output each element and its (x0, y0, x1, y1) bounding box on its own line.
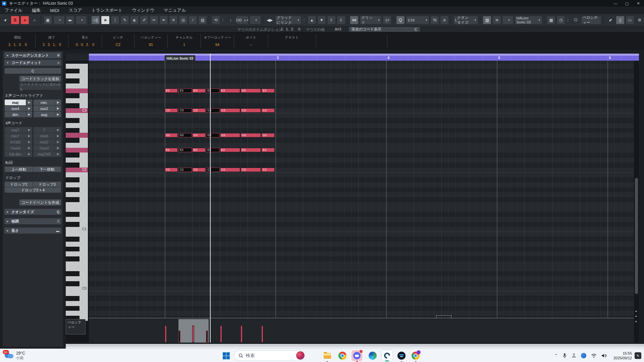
chord-button-dim[interactable]: dim▶ (5, 112, 32, 117)
piano-key[interactable] (66, 251, 88, 256)
section-長さ[interactable]: ►長さ▬ (4, 228, 61, 234)
midi-note-C3[interactable]: C3 (240, 108, 261, 113)
drop-button[interactable]: ドロップ2 (5, 182, 33, 187)
transpose-down-icon[interactable]: ▼ (317, 16, 326, 24)
record-button[interactable]: ● (20, 16, 29, 24)
piano-key[interactable] (66, 281, 88, 286)
velocity-bar[interactable] (178, 330, 180, 343)
search-box[interactable]: 検索 (234, 350, 306, 361)
velocity-bar[interactable] (206, 330, 208, 343)
midi-note-E2[interactable]: E2 (240, 148, 261, 152)
piano-key-C[interactable]: C1 (66, 227, 88, 232)
vertical-scrollbar[interactable]: ● ● + (634, 61, 639, 343)
taskbar-chrome-icon[interactable] (338, 351, 347, 360)
piano-key[interactable] (66, 306, 88, 311)
open-lower-zone-icon[interactable]: ⬋ (606, 16, 615, 24)
piano-black-key[interactable] (66, 281, 79, 286)
piano-key[interactable] (66, 256, 88, 261)
info-col-ボイス[interactable]: ボイス– (234, 35, 268, 48)
piano-key[interactable] (66, 276, 88, 281)
drop-2-4-button[interactable]: ドロップ2 + 4 (5, 187, 61, 193)
piano-key[interactable] (66, 311, 88, 316)
midi-note-E3[interactable]: E3 (220, 88, 240, 93)
piano-black-key[interactable] (66, 237, 79, 242)
piano-key[interactable] (66, 88, 88, 94)
hidden-icons-chevron[interactable]: ⌃ (554, 353, 558, 358)
lane-divider[interactable] (89, 318, 639, 318)
snapshot-dropdown[interactable]: ▼ (53, 16, 65, 24)
chord-button-min.[interactable]: min.▶ (34, 100, 61, 105)
piano-key-C[interactable]: C0 (66, 286, 88, 292)
info-col-長さ[interactable]: 長さ0. 0. 2. 0 (68, 35, 102, 48)
taskbar-discord-icon[interactable] (352, 350, 362, 361)
piano-key[interactable] (66, 153, 88, 158)
part-select-dropdown[interactable]: HALion Sonic 03▼ (515, 16, 542, 24)
taskbar-edge-icon[interactable] (368, 351, 377, 360)
chord-button-aug[interactable]: aug▶ (34, 112, 61, 117)
piano-key[interactable] (66, 64, 88, 69)
info-col-ピッチ[interactable]: ピッチC2 (102, 35, 135, 48)
piano-key[interactable] (66, 69, 88, 74)
midi-note-C3[interactable]: C3 (220, 108, 240, 113)
weather-widget[interactable]: 9+ 29°C 小雨 (3, 349, 25, 362)
tool-range[interactable]: ⌶ (111, 16, 119, 24)
piano-key[interactable] (66, 187, 88, 192)
wifi-icon[interactable] (591, 353, 597, 358)
info-col-blank[interactable] (316, 35, 387, 48)
midi-note-C3[interactable]: C3 (192, 108, 206, 113)
piano-key[interactable] (66, 207, 88, 212)
feedback-image-icon[interactable]: ▤ (198, 16, 207, 24)
midi-note-G2[interactable]: G2 (240, 133, 261, 137)
piano-black-key[interactable] (66, 78, 79, 83)
velocity-bar[interactable] (261, 325, 263, 343)
piano-key[interactable] (66, 237, 88, 242)
piano-key[interactable] (66, 138, 88, 143)
taskbar-cubase-icon[interactable] (382, 350, 392, 361)
chord-button-maj[interactable]: maj▶ (5, 100, 32, 105)
iterative-quantize-icon[interactable]: e (440, 16, 449, 24)
piano-black-key[interactable] (66, 306, 79, 311)
chord-arrow-icon[interactable]: ▶ (26, 112, 32, 117)
insert-velocity-value[interactable]: 100▲▼ (236, 16, 249, 24)
midi-note-E2[interactable]: E2 (261, 148, 275, 152)
step-input-icon[interactable]: ▦ (547, 16, 555, 24)
info-col-チャンネル[interactable]: チャンネル1 (168, 35, 201, 48)
piano-key[interactable] (66, 296, 88, 301)
piano-black-key[interactable] (66, 138, 79, 143)
piano-keyboard[interactable]: C3C2C1C0 (66, 61, 89, 343)
midi-note-G2[interactable]: G2 (206, 133, 219, 137)
menu-スコア[interactable]: スコア (64, 7, 87, 14)
piano-key[interactable] (66, 133, 88, 138)
window-zone-left-icon[interactable]: ▯ (616, 16, 625, 24)
ime-icon[interactable]: ✎ (635, 352, 641, 359)
taskbar-sphere-app-icon[interactable] (397, 351, 406, 360)
playhead-cursor[interactable] (210, 54, 211, 343)
chord-arrow-icon[interactable]: ▶ (55, 100, 61, 105)
transpose-up-icon[interactable]: ▲ (308, 16, 316, 24)
info-col-ベロシティー[interactable]: ベロシティー81 (135, 35, 168, 48)
menu-ファイル[interactable]: ファイル (0, 7, 27, 14)
part-layers-icon[interactable]: ≋ (492, 16, 501, 24)
piano-black-key[interactable] (66, 271, 79, 276)
loop-icon[interactable]: ⟲ (212, 16, 220, 24)
midi-note-C2[interactable]: C2 (165, 168, 178, 172)
velocity-bar[interactable] (220, 325, 222, 343)
midi-note-C2[interactable]: C2 (206, 168, 219, 172)
midi-note-C2[interactable]: C2 (220, 168, 240, 172)
tool-mute[interactable]: ✕ (169, 16, 178, 24)
midi-note-C3[interactable]: C3 (165, 108, 178, 113)
edit-active-part-icon[interactable]: ▥ (483, 16, 491, 24)
swing-icon[interactable]: % (430, 16, 439, 24)
piano-key[interactable] (66, 242, 88, 247)
insert-velocity-dropdown[interactable]: ▼ (250, 16, 261, 24)
close-button[interactable]: ✕ (633, 0, 644, 7)
horizontal-scrollbar[interactable] (66, 344, 644, 347)
menu-マニュアル[interactable]: マニュアル (159, 7, 191, 14)
piano-key[interactable] (66, 73, 88, 78)
piano-key[interactable] (66, 232, 88, 237)
inversion-button[interactable]: 下へ移動 (33, 167, 61, 172)
snap-icon[interactable]: ⋈ (350, 16, 359, 24)
piano-key[interactable] (66, 271, 88, 276)
quantize-q-icon[interactable]: Q (396, 16, 405, 24)
piano-key[interactable] (66, 247, 88, 252)
